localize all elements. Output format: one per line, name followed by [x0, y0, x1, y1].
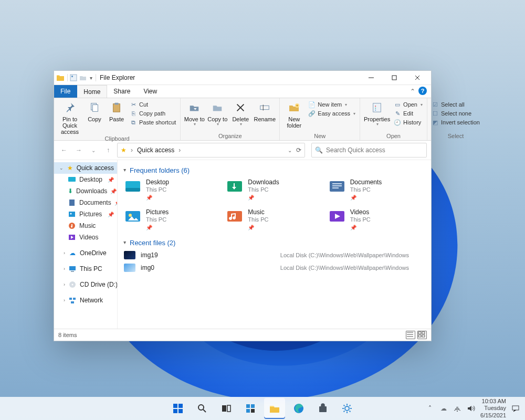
notifications-button[interactable]	[511, 404, 520, 413]
paste-button[interactable]: Paste	[107, 99, 127, 122]
open-button[interactable]: ▭Open▾	[393, 100, 424, 109]
search-box[interactable]: 🔍 Search Quick access	[311, 143, 427, 158]
folder-desktop[interactable]: DesktopThis PC📌	[124, 178, 220, 201]
invert-selection-button[interactable]: ◩Invert selection	[430, 118, 481, 127]
address-dropdown-icon[interactable]: ⌄	[288, 148, 292, 153]
move-to-button[interactable]: Move to▾	[184, 99, 205, 127]
new-folder-button[interactable]: New folder	[283, 99, 305, 129]
pin-icon: 📌	[108, 177, 114, 183]
tree-music[interactable]: Music	[54, 220, 117, 232]
taskbar-clock[interactable]: 10:03 AM Tuesday 6/15/2021	[480, 398, 506, 419]
ribbon-group-open: Properties▾ ▭Open▾ ✎Edit 🕘History Open	[360, 98, 427, 140]
file-explorer-taskbar-button[interactable]	[264, 398, 285, 419]
ribbon-group-organize: Move to▾ Copy to▾ Delete▾ Rename Organiz…	[181, 98, 280, 140]
history-button[interactable]: 🕘History	[393, 118, 424, 127]
copy-button[interactable]: Copy	[85, 99, 104, 122]
chevron-down-icon: ▸	[122, 242, 128, 244]
tree-cd-drive[interactable]: ›CD Drive (D:) VirtualE	[54, 279, 117, 290]
minimize-button[interactable]	[360, 71, 383, 85]
delete-button[interactable]: Delete▾	[230, 99, 251, 127]
tree-quick-access[interactable]: ⌄★Quick access	[54, 162, 117, 174]
titlebar[interactable]: ▾ File Explorer	[54, 71, 431, 85]
pin-icon: 📌	[146, 225, 169, 232]
ribbon-collapse-icon[interactable]: ⌃	[410, 88, 415, 95]
up-button[interactable]: ↑	[102, 144, 114, 156]
refresh-button[interactable]: ⟳	[296, 146, 301, 154]
copy-path-button[interactable]: ⎘Copy path	[129, 109, 177, 118]
tray-overflow-button[interactable]: ˄	[426, 404, 434, 413]
quick-access-dropdown[interactable]: ▾	[90, 75, 92, 81]
tree-onedrive[interactable]: ›☁OneDrive	[54, 247, 117, 259]
tree-desktop[interactable]: Desktop📌	[54, 174, 117, 185]
status-item-count: 8 items	[58, 332, 77, 338]
new-folder-quick-icon[interactable]	[79, 74, 87, 82]
onedrive-tray-icon[interactable]: ☁	[439, 404, 448, 413]
section-recent-files[interactable]: ▸Recent files (2)	[124, 239, 425, 247]
cut-button[interactable]: ✂Cut	[129, 100, 177, 109]
edge-button[interactable]	[288, 398, 309, 419]
tree-this-pc[interactable]: ›This PC	[54, 263, 117, 275]
svg-point-34	[129, 214, 132, 217]
edit-icon: ✎	[394, 110, 401, 117]
network-tray-icon[interactable]	[453, 404, 461, 413]
svg-rect-48	[246, 404, 250, 408]
volume-tray-icon[interactable]	[467, 404, 475, 413]
store-button[interactable]	[312, 398, 333, 419]
select-none-button[interactable]: ☐Select none	[430, 109, 481, 118]
view-details-button[interactable]	[406, 331, 415, 339]
help-icon[interactable]: ?	[418, 87, 427, 95]
recent-file[interactable]: img19Local Disk (C:)\Windows\Web\Wallpap…	[124, 251, 425, 259]
folder-location: This PC	[248, 186, 279, 194]
start-button[interactable]	[167, 398, 188, 419]
recent-locations-button[interactable]: ⌄	[88, 144, 99, 156]
maximize-button[interactable]	[383, 71, 406, 85]
tree-videos[interactable]: Videos	[54, 232, 117, 243]
tree-pictures[interactable]: Pictures📌	[54, 208, 117, 220]
folder-downloads[interactable]: DownloadsThis PC📌	[226, 178, 322, 201]
properties-button[interactable]: Properties▾	[363, 99, 391, 127]
folder-documents[interactable]: DocumentsThis PC📌	[328, 178, 425, 201]
settings-button[interactable]	[337, 398, 358, 419]
tree-network[interactable]: ›Network	[54, 295, 117, 306]
svg-rect-2	[392, 76, 396, 80]
search-button[interactable]	[192, 398, 213, 419]
pin-to-quick-access-button[interactable]: Pin to Quick access	[57, 99, 82, 135]
address-bar[interactable]: ★ › Quick access › ⌄ ⟳	[117, 143, 305, 158]
delete-icon	[233, 100, 248, 115]
section-frequent-folders[interactable]: ▸Frequent folders (6)	[124, 166, 425, 174]
task-view-button[interactable]	[216, 398, 237, 419]
paste-icon	[109, 100, 124, 115]
tab-view[interactable]: View	[137, 85, 164, 98]
close-button[interactable]	[406, 71, 429, 85]
select-all-button[interactable]: ☑Select all	[430, 100, 481, 109]
forward-button[interactable]: →	[73, 144, 85, 156]
tab-share[interactable]: Share	[107, 85, 137, 98]
pin-icon: 📌	[350, 225, 371, 232]
folder-videos[interactable]: VideosThis PC📌	[328, 208, 425, 231]
tab-file[interactable]: File	[54, 85, 77, 98]
folder-pictures[interactable]: PicturesThis PC📌	[124, 208, 220, 231]
breadcrumb-quick-access[interactable]: Quick access	[137, 146, 174, 154]
tree-documents[interactable]: Documents📌	[54, 197, 117, 208]
new-item-button[interactable]: 📄New item▾	[307, 100, 356, 109]
widgets-button[interactable]	[240, 398, 261, 419]
folder-music[interactable]: MusicThis PC📌	[226, 208, 322, 231]
svg-point-16	[70, 213, 72, 215]
easy-access-button[interactable]: 🔗Easy access▾	[307, 109, 356, 118]
svg-rect-19	[69, 266, 76, 270]
file-explorer-window: ▾ File Explorer File Home Share View ⌃ ?…	[54, 70, 432, 341]
tree-downloads[interactable]: ⬇Downloads📌	[54, 185, 117, 197]
tab-home[interactable]: Home	[77, 85, 107, 98]
star-icon: ★	[67, 164, 74, 172]
chevron-right-icon: ›	[178, 146, 181, 154]
edit-button[interactable]: ✎Edit	[393, 109, 424, 118]
rename-button[interactable]: Rename	[253, 99, 276, 122]
back-button[interactable]: ←	[58, 144, 70, 156]
recent-file[interactable]: img0Local Disk (C:)\Windows\Web\Wallpape…	[124, 264, 425, 272]
folder-location: This PC	[146, 216, 169, 224]
paste-shortcut-button[interactable]: ⧉Paste shortcut	[129, 118, 177, 127]
copy-to-button[interactable]: Copy to▾	[207, 99, 228, 127]
properties-quick-icon[interactable]	[69, 74, 78, 82]
svg-rect-53	[319, 406, 327, 412]
view-large-icons-button[interactable]	[417, 331, 427, 339]
